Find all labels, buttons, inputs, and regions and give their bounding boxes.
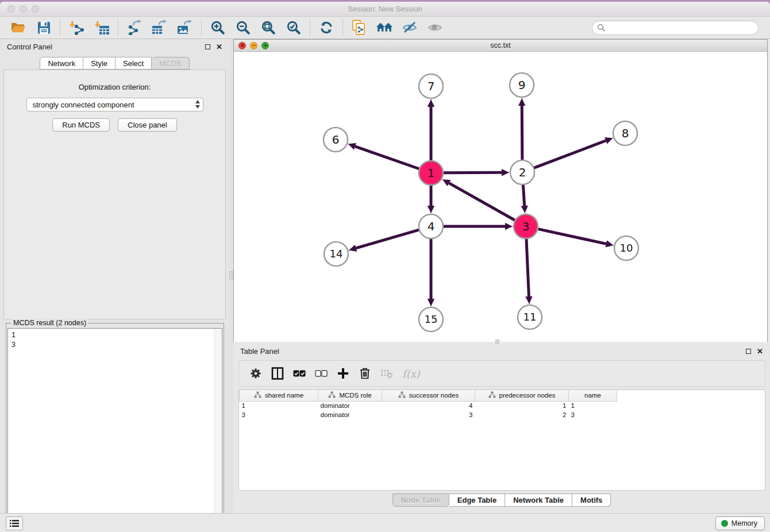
criterion-select[interactable]: strongly connected component — [26, 98, 203, 111]
svg-text:7: 7 — [428, 79, 435, 93]
control-panel-header: Control Panel ✕ — [0, 39, 229, 55]
show-graphics-details-icon — [426, 19, 444, 36]
edge-1-6[interactable] — [355, 147, 419, 169]
hierarchy-icon — [398, 391, 406, 399]
import-table-icon[interactable] — [93, 19, 110, 36]
tab-network-table[interactable]: Network Table — [505, 494, 572, 507]
column-header-shared-name[interactable]: shared name — [240, 390, 318, 401]
column-header-MCDS-role[interactable]: MCDS role — [318, 390, 382, 401]
edge-3-1[interactable] — [449, 183, 514, 221]
hierarchy-icon — [488, 391, 496, 399]
window-title: Session: New Session — [0, 5, 770, 13]
toolbar-separator — [60, 20, 60, 36]
svg-text:14: 14 — [330, 248, 343, 260]
edge-2-8[interactable] — [534, 141, 606, 168]
control-panel-title: Control Panel — [7, 43, 52, 51]
run-mcds-button[interactable]: Run MCDS — [52, 118, 110, 132]
export-image-icon[interactable] — [176, 19, 194, 36]
add-row-icon[interactable] — [336, 366, 351, 381]
svg-text:15: 15 — [425, 313, 438, 325]
mcds-result-title: MCDS result (2 nodes) — [11, 319, 88, 327]
import-network-icon[interactable] — [68, 19, 85, 36]
result-scrollbar[interactable] — [214, 329, 222, 532]
close-table-panel-icon[interactable]: ✕ — [757, 348, 763, 355]
mcds-panel: Optimization criterion: strongly connect… — [3, 70, 226, 319]
column-header-predecessor-nodes[interactable]: predecessor nodes — [475, 390, 569, 401]
zoom-fit-icon[interactable] — [260, 19, 277, 36]
tab-edge-table[interactable]: Edge Table — [449, 494, 505, 507]
hide-graphics-details-icon[interactable] — [401, 19, 418, 36]
toolbar-separator — [310, 20, 310, 36]
toolbar-separator — [201, 20, 202, 36]
status-bar: Memory — [0, 513, 770, 532]
tab-motifs[interactable]: Motifs — [572, 494, 611, 507]
network-canvas[interactable]: 7968124314101511 — [234, 52, 767, 342]
splitter-grip[interactable] — [229, 271, 233, 279]
close-panel-button[interactable]: Close panel — [118, 118, 177, 132]
tab-select[interactable]: Select — [116, 57, 152, 70]
zoom-in-icon[interactable] — [209, 19, 226, 36]
network-window-titlebar: scc.txt — [234, 40, 767, 52]
zoom-selected-icon[interactable] — [285, 19, 302, 36]
task-list-button[interactable] — [6, 516, 23, 530]
gear-icon[interactable] — [248, 366, 263, 381]
network-window: scc.txt 7968124314101511 — [233, 39, 768, 342]
search-icon — [597, 24, 606, 34]
network-graph[interactable]: 7968124314101511 — [234, 52, 767, 342]
mcds-result-text[interactable]: 1 3 — [7, 328, 222, 532]
tab-mcds[interactable]: MCDS — [152, 57, 189, 70]
network-window-title: scc.txt — [234, 41, 767, 49]
canvas-resize-grip[interactable] — [495, 340, 499, 344]
edge-2-9[interactable] — [522, 106, 522, 160]
toolbar-separator — [118, 20, 118, 36]
export-network-icon[interactable] — [126, 19, 143, 36]
edge-4-14[interactable] — [356, 230, 419, 248]
float-panel-icon[interactable] — [205, 44, 210, 49]
edge-3-11[interactable] — [526, 239, 529, 296]
table-row[interactable]: 3dominator323 — [240, 410, 617, 419]
delete-row-icon[interactable] — [357, 366, 372, 381]
svg-text:11: 11 — [523, 311, 537, 323]
column-header-successor-nodes[interactable]: successor nodes — [382, 390, 475, 401]
home-icon[interactable] — [376, 19, 393, 36]
export-table-icon[interactable] — [151, 19, 168, 36]
open-folder-icon[interactable] — [10, 19, 27, 36]
optimization-criterion-label: Optimization criterion: — [4, 83, 225, 91]
mcds-result-group: MCDS result (2 nodes) 1 3 — [6, 323, 224, 532]
close-panel-icon[interactable]: ✕ — [216, 43, 222, 51]
search-input[interactable] — [592, 21, 759, 35]
svg-text:10: 10 — [620, 242, 633, 254]
table-panel-title: Table Panel — [240, 347, 279, 356]
table-row[interactable]: 1dominator411 — [240, 401, 617, 410]
column-header-name[interactable]: name — [569, 390, 617, 401]
table-panel-header: Table Panel ✕ — [233, 344, 770, 359]
control-panel-tabs: NetworkStyleSelectMCDS — [0, 57, 229, 70]
refresh-icon[interactable] — [318, 19, 335, 36]
float-table-panel-icon[interactable] — [746, 349, 751, 354]
deselect-all-icon[interactable] — [314, 366, 329, 381]
edge-2-3[interactable] — [523, 185, 524, 206]
copy-network-icon[interactable] — [351, 19, 368, 36]
control-panel: Control Panel ✕ NetworkStyleSelectMCDS O… — [0, 39, 229, 513]
table-panel: Table Panel ✕ — [233, 344, 770, 512]
svg-text:8: 8 — [622, 126, 629, 140]
toolbar-separator — [342, 20, 343, 36]
hierarchy-icon — [328, 391, 336, 399]
zoom-out-icon[interactable] — [234, 19, 252, 36]
columns-icon[interactable] — [270, 366, 285, 381]
criterion-selected-value: strongly connected component — [33, 101, 134, 109]
tab-node-table[interactable]: Node Table — [392, 494, 449, 507]
edge-1-2[interactable] — [444, 172, 502, 173]
memory-button[interactable]: Memory — [715, 516, 765, 530]
svg-text:9: 9 — [518, 78, 526, 92]
save-icon[interactable] — [35, 19, 52, 36]
svg-text:3: 3 — [522, 219, 530, 233]
tab-style[interactable]: Style — [83, 57, 116, 70]
search-container — [592, 21, 759, 35]
app-window: Session: New Session — [0, 2, 770, 532]
panel-splitter[interactable] — [229, 39, 233, 513]
tab-network[interactable]: Network — [40, 57, 83, 70]
node-table[interactable]: shared nameMCDS rolesuccessor nodesprede… — [239, 390, 617, 419]
edge-3-10[interactable] — [538, 229, 606, 244]
select-all-icon[interactable] — [292, 366, 307, 381]
